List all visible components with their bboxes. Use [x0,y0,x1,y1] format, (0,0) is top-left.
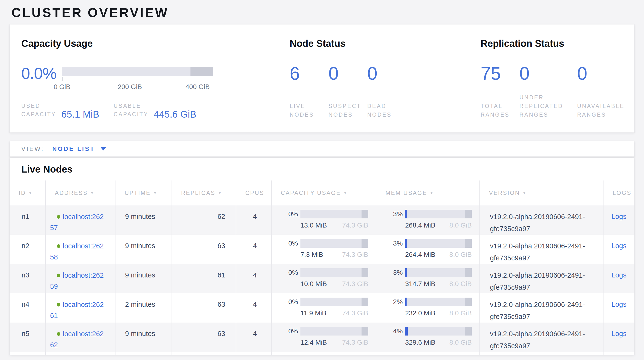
node-replicas-cell: 63 [172,322,236,352]
logs-link[interactable]: Logs [612,213,626,220]
capacity-usage-cell: 0%12.4 MiB74.3 GiB [272,322,376,352]
mem-total-value: 8.0 GiB [450,222,472,229]
node-id-cell: n4 [10,293,46,322]
column-header-label: UPTIME [124,190,151,196]
view-selector[interactable]: NODE LIST [52,145,95,152]
live-nodes-table: ID▼ADDRESS▼UPTIME▼REPLICAS▼CPUSCAPACITY … [10,181,634,355]
mem-total-value: 8.0 GiB [450,339,472,346]
mem-total-value: 8.0 GiB [450,251,472,258]
column-header-replicas[interactable]: REPLICAS▼ [172,181,236,206]
chevron-down-icon[interactable] [100,147,106,150]
capacity-meter-endcap [190,67,213,76]
mem-bar [405,210,472,218]
logs-link[interactable]: Logs [612,330,626,337]
table-header-row: ID▼ADDRESS▼UPTIME▼REPLICAS▼CPUSCAPACITY … [10,181,634,206]
mem-bar-endcap [465,268,472,277]
capacity-usage-section: Capacity Usage 0.0% 0 GiB200 GiB400 GiB … [21,38,290,132]
capacity-percent: 0% [281,298,298,306]
stat-value: 0 [520,64,577,83]
axis-tick [198,77,198,81]
axis-tick-label: 400 GiB [186,83,210,91]
capacity-used-value: 12.4 MiB [300,339,327,346]
capacity-bar [300,210,368,218]
capacity-meter: 0 GiB200 GiB400 GiB [62,64,213,90]
mem-meter: 3% [386,268,472,277]
mem-percent: 3% [386,210,403,218]
view-bar: VIEW: NODE LIST [10,141,634,156]
column-header-label: REPLICAS [181,190,216,196]
table-row-n4: n4localhost:262612 minutes6340%11.9 MiB7… [10,293,634,322]
logs-link[interactable]: Logs [612,300,626,308]
empty-cell [480,352,603,355]
capacity-stats-row: USED CAPACITY 65.1 MiB USABLE CAPACITY 4… [21,102,290,119]
column-header-mem[interactable]: MEM USAGE▼ [376,181,480,206]
mem-used-value: 329.6 MiB [405,339,435,346]
mem-values: 314.7 MiB8.0 GiB [405,280,472,288]
capacity-percent: 0% [281,240,298,247]
empty-cell [115,352,172,355]
capacity-bar [300,327,368,335]
node-live-dot-icon [57,215,60,219]
logs-link[interactable]: Logs [612,271,626,279]
mem-bar [405,298,472,306]
node-version-cell: v19.2.0-alpha.20190606-2491-gfe735c9a97 [480,206,603,235]
column-header-version[interactable]: VERSION▼ [480,181,603,206]
empty-cell [172,352,236,355]
logs-link[interactable]: Logs [612,242,626,250]
column-header-logs: LOGS [603,181,634,206]
capacity-meter: 0% [281,268,368,277]
capacity-bar-endcap [362,327,368,335]
column-header-label: LOGS [612,190,632,196]
stat-label: UNDER- REPLICATED RANGES [520,93,577,119]
capacity-values: 7.3 MiB74.3 GiB [300,251,368,258]
capacity-usage-cell: 0%10.0 MiB74.3 GiB [272,264,376,293]
table-row-n2: n2localhost:262589 minutes6340%7.3 MiB74… [10,235,634,264]
capacity-usage-cell: 0%13.0 MiB74.3 GiB [272,206,376,235]
capacity-used-value: 13.0 MiB [300,222,327,229]
used-capacity-label: USED CAPACITY [21,102,56,119]
mem-used-value: 268.4 MiB [405,222,435,229]
mem-used-value: 264.4 MiB [405,251,435,258]
table-row-n1: n1localhost:262579 minutes6240%13.0 MiB7… [10,206,634,235]
stat-value: 6 [290,64,328,83]
capacity-meter-bar [62,67,213,76]
axis-tick [130,77,130,81]
mem-usage-cell: 4%329.6 MiB8.0 GiB [376,322,480,352]
capacity-values: 12.4 MiB74.3 GiB [300,339,368,346]
node-address-cell: localhost:26259 [46,264,115,293]
capacity-total-value: 74.3 GiB [342,309,368,317]
stat-dead-nodes: 0DEAD NODES [367,64,406,119]
capacity-bar-endcap [362,210,368,218]
node-address-cell: localhost:26258 [46,235,115,264]
mem-values: 264.4 MiB8.0 GiB [405,251,472,258]
mem-usage-cell: 3%268.4 MiB8.0 GiB [376,206,480,235]
node-uptime-cell: 9 minutes [115,235,172,264]
used-capacity-value: 65.1 MiB [61,109,99,119]
node-status-title: Node Status [290,38,480,49]
stat-label: SUSPECT NODES [328,102,367,119]
mem-percent: 3% [386,269,403,276]
capacity-bar-endcap [362,239,368,248]
node-replicas-cell: 62 [172,206,236,235]
summary-card: Capacity Usage 0.0% 0 GiB200 GiB400 GiB … [10,25,634,132]
empty-cell [10,352,46,355]
node-cpus-cell: 4 [236,264,272,293]
node-live-dot-icon [57,303,60,306]
node-status-stats: 6LIVE NODES0SUSPECT NODES0DEAD NODES [290,64,480,119]
column-header-uptime[interactable]: UPTIME▼ [115,181,172,206]
sort-descending-icon: ▼ [522,191,527,195]
column-header-label: VERSION [489,190,520,196]
capacity-usage-title: Capacity Usage [21,38,290,49]
column-header-id[interactable]: ID▼ [10,181,46,206]
mem-usage-cell: 3%264.4 MiB8.0 GiB [376,235,480,264]
column-header-address[interactable]: ADDRESS▼ [46,181,115,206]
node-uptime-cell: 9 minutes [115,206,172,235]
capacity-bar [300,268,368,277]
mem-bar-fill [405,327,408,335]
capacity-bar-endcap [362,268,368,277]
empty-cell [236,352,272,355]
node-uptime-cell: 9 minutes [115,264,172,293]
capacity-values: 13.0 MiB74.3 GiB [300,222,368,229]
column-header-capacity[interactable]: CAPACITY USAGE▼ [272,181,376,206]
sort-descending-icon: ▼ [153,191,158,195]
